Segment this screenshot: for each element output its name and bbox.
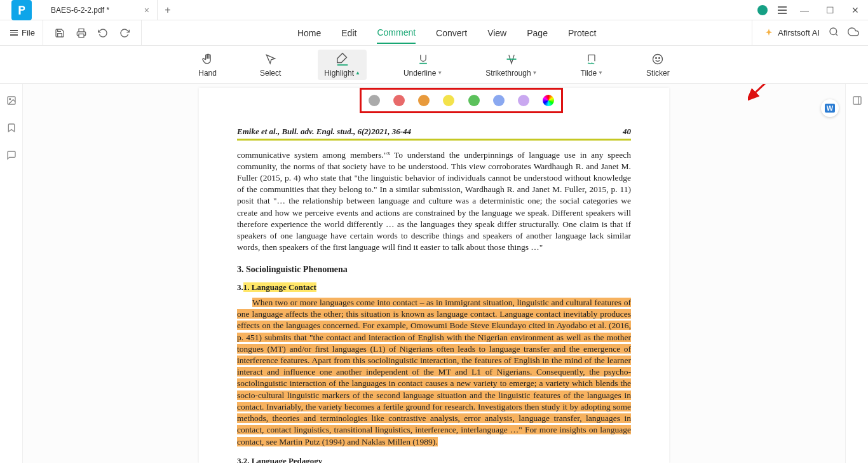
select-label: Select	[260, 69, 281, 78]
strike-label: Strikethrough	[485, 69, 531, 78]
annotation-arrow	[748, 84, 780, 101]
hand-icon	[201, 52, 214, 66]
underline-tool[interactable]: Underline▼	[397, 50, 449, 80]
highlighted-text: When two or more languages come into con…	[237, 298, 631, 446]
highlight-tool[interactable]: Highlight▲	[318, 50, 367, 80]
svg-rect-12	[853, 97, 861, 104]
svg-point-6	[653, 54, 663, 64]
document-canvas[interactable]: W Emike et al., Bull. adv. Engl. stud., …	[23, 84, 845, 463]
caret-down-icon: ▼	[598, 70, 603, 76]
tilde-icon	[585, 52, 598, 66]
hand-tool[interactable]: Hand	[192, 50, 223, 80]
page-header-left: Emike et al., Bull. adv. Engl. stud., 6(…	[237, 126, 411, 137]
menu-comment[interactable]: Comment	[377, 22, 416, 44]
sticker-icon	[651, 52, 664, 66]
page-number: 40	[623, 126, 631, 137]
svg-point-8	[659, 57, 660, 59]
window-maximize[interactable]: ☐	[822, 5, 837, 15]
strike-tool[interactable]: Strikethrough▼	[479, 50, 543, 80]
window-minimize[interactable]: —	[797, 5, 812, 15]
menu-page[interactable]: Page	[527, 23, 548, 43]
export-word-button[interactable]: W	[821, 99, 839, 117]
document-tab[interactable]: BAES-6-2-2.pdf * ×	[43, 0, 158, 20]
comments-icon[interactable]	[6, 150, 17, 162]
comment-ribbon: Hand Select Highlight▲ Underline▼ Strike…	[0, 46, 868, 84]
right-sidebar	[845, 84, 868, 463]
color-yellow[interactable]	[443, 95, 454, 106]
menu-bar: File Home Edit Comment Convert View Page…	[0, 20, 868, 46]
color-orange[interactable]	[418, 95, 430, 106]
print-icon[interactable]	[76, 28, 86, 38]
close-tab-icon[interactable]: ×	[144, 5, 149, 15]
paragraph: communicative system among members."³ To…	[237, 149, 631, 254]
menu-home[interactable]: Home	[297, 23, 321, 43]
sticker-label: Sticker	[646, 69, 670, 78]
hand-label: Hand	[198, 69, 217, 78]
word-icon: W	[825, 104, 835, 113]
window-close[interactable]: ✕	[848, 5, 863, 15]
svg-point-10	[9, 99, 10, 100]
highlight-label: Highlight	[324, 69, 354, 78]
svg-line-2	[836, 34, 837, 36]
heading-3: 3. Sociolinguistic Phenomena	[237, 264, 631, 276]
hamburger-icon	[10, 30, 18, 36]
bookmark-icon[interactable]	[6, 123, 17, 135]
color-custom[interactable]	[543, 95, 554, 106]
color-purple[interactable]	[518, 95, 529, 106]
ai-button[interactable]: Afirstsoft AI	[764, 28, 820, 38]
menu-edit[interactable]: Edit	[341, 23, 356, 43]
cursor-icon	[264, 52, 277, 66]
svg-line-11	[753, 84, 776, 95]
heading-4: 3.1. Language Contact	[237, 282, 631, 293]
menu-view[interactable]: View	[487, 23, 506, 43]
color-gray[interactable]	[369, 95, 380, 106]
save-icon[interactable]	[55, 28, 65, 38]
main-menu: Home Edit Comment Convert View Page Prot…	[297, 20, 596, 46]
svg-point-1	[830, 28, 837, 35]
undo-icon[interactable]	[98, 28, 108, 38]
caret-down-icon: ▼	[532, 70, 538, 76]
paragraph-highlighted: When two or more languages come into con…	[237, 297, 631, 448]
heading-4: 3.2. Language Pedagogy	[237, 455, 631, 463]
select-tool[interactable]: Select	[254, 50, 287, 80]
highlight-color-picker	[360, 88, 563, 113]
svg-rect-0	[79, 34, 84, 37]
underline-label: Underline	[403, 69, 436, 78]
caret-up-icon: ▲	[355, 70, 360, 76]
strike-icon	[505, 52, 518, 66]
workspace: W Emike et al., Bull. adv. Engl. stud., …	[0, 84, 868, 463]
tilde-tool[interactable]: Tilde▼	[574, 50, 610, 80]
header-rule	[237, 139, 631, 141]
color-green[interactable]	[468, 95, 480, 106]
panel-icon[interactable]	[852, 95, 862, 107]
file-button[interactable]: File	[3, 20, 43, 46]
ai-label: Afirstsoft AI	[778, 28, 820, 38]
color-red[interactable]	[393, 95, 405, 106]
left-sidebar	[0, 84, 23, 463]
file-label: File	[22, 28, 35, 38]
user-avatar[interactable]	[757, 5, 768, 15]
tab-label: BAES-6-2-2.pdf *	[51, 6, 109, 15]
highlighted-text: 1. Language Contact	[243, 282, 316, 292]
underline-icon	[417, 52, 430, 66]
highlight-icon	[336, 52, 349, 66]
color-blue[interactable]	[493, 95, 505, 106]
menu-protect[interactable]: Protect	[568, 23, 596, 43]
new-tab-button[interactable]: +	[158, 4, 178, 16]
thumbnails-icon[interactable]	[6, 95, 17, 107]
search-icon[interactable]	[829, 27, 839, 39]
main-menu-icon[interactable]	[778, 6, 787, 14]
sticker-tool[interactable]: Sticker	[640, 50, 676, 80]
caret-down-icon: ▼	[437, 70, 442, 76]
title-bar: BAES-6-2-2.pdf * × + — ☐ ✕	[0, 0, 868, 20]
cloud-icon[interactable]	[848, 26, 859, 39]
tilde-label: Tilde	[581, 69, 597, 78]
app-logo[interactable]	[11, 0, 32, 20]
redo-icon[interactable]	[119, 28, 130, 38]
menu-convert[interactable]: Convert	[436, 23, 467, 43]
svg-point-7	[656, 57, 657, 59]
pdf-page: Emike et al., Bull. adv. Engl. stud., 6(…	[199, 88, 669, 463]
